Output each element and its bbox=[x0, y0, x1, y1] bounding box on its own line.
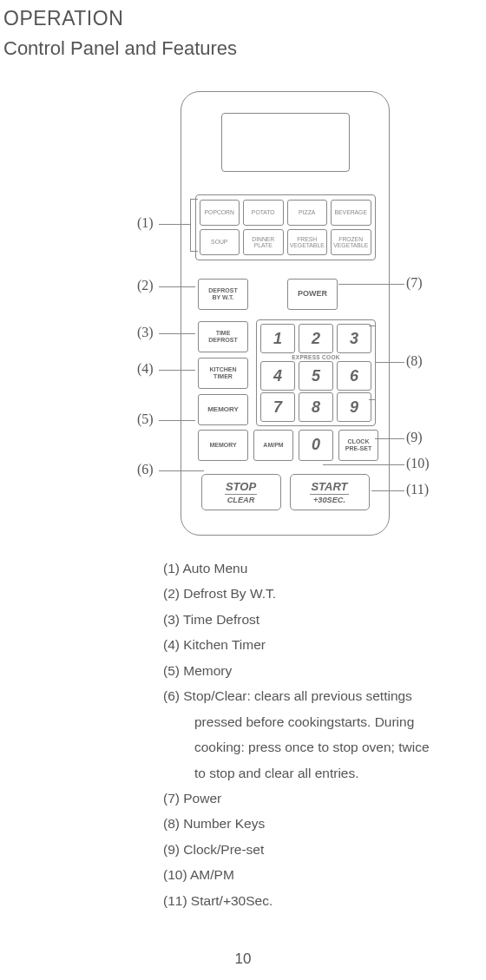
leader-line bbox=[159, 370, 195, 371]
annotation-11: (11) bbox=[406, 482, 429, 497]
legend-list: (1) Auto Menu (2) Defrost By W.T. (3) Ti… bbox=[163, 556, 476, 913]
auto-menu-group: POPCORN POTATO PIZZA BEVERAGE SOUP DINNE… bbox=[195, 194, 376, 260]
legend-item-3: (3) Time Defrost bbox=[163, 607, 476, 632]
annotation-3: (3) bbox=[137, 325, 154, 340]
legend-item-8: (8) Number Keys bbox=[163, 811, 476, 836]
key-7: 7 bbox=[260, 392, 295, 422]
soup-button: SOUP bbox=[200, 229, 240, 255]
memory-button-2: MEMORY bbox=[198, 430, 248, 461]
frozen-vegetable-button: FROZENVEGETABLE bbox=[331, 229, 371, 255]
key-3: 3 bbox=[337, 324, 371, 353]
legend-item-9: (9) Clock/Pre-set bbox=[163, 837, 476, 862]
beverage-button: BEVERAGE bbox=[331, 200, 371, 226]
page-number: 10 bbox=[0, 950, 486, 968]
key-5: 5 bbox=[299, 361, 333, 391]
power-button: POWER bbox=[287, 279, 338, 310]
number-keypad: 1 2 3 EXPRESS COOK 4 5 6 7 8 9 bbox=[256, 319, 376, 426]
popcorn-button: POPCORN bbox=[200, 200, 240, 226]
clear-label: CLEAR bbox=[227, 496, 255, 504]
leader-line bbox=[159, 470, 204, 471]
annotation-6: (6) bbox=[137, 462, 154, 477]
key-6: 6 bbox=[337, 361, 371, 391]
time-defrost-button: TIMEDEFROST bbox=[198, 321, 248, 352]
leader-line bbox=[190, 199, 191, 251]
legend-item-6b: pressed before cookingstarts. During bbox=[163, 709, 476, 734]
key-8: 8 bbox=[299, 392, 333, 422]
annotation-7: (7) bbox=[406, 275, 423, 291]
stop-clear-button: STOP CLEAR bbox=[201, 474, 281, 510]
leader-line bbox=[375, 362, 404, 363]
key-4: 4 bbox=[260, 361, 295, 391]
key-2: 2 bbox=[299, 324, 333, 353]
express-cook-label: EXPRESS COOK bbox=[260, 354, 371, 360]
key-9: 9 bbox=[337, 392, 371, 422]
leader-line bbox=[190, 199, 198, 200]
legend-item-11: (11) Start/+30Sec. bbox=[163, 888, 476, 913]
leader-line bbox=[369, 399, 376, 400]
legend-item-2: (2) Defrost By W.T. bbox=[163, 581, 476, 606]
leader-line bbox=[159, 333, 195, 334]
legend-item-6d: to stop and clear all entries. bbox=[163, 760, 476, 786]
legend-item-6: (6) Stop/Clear: clears all previous sett… bbox=[163, 683, 476, 708]
start-label: START bbox=[310, 480, 348, 495]
leader-line bbox=[371, 490, 404, 491]
legend-item-5: (5) Memory bbox=[163, 658, 476, 683]
leader-line bbox=[323, 464, 404, 465]
key-1: 1 bbox=[260, 324, 295, 353]
leader-line bbox=[338, 284, 404, 285]
plus30sec-label: +30SEC. bbox=[313, 496, 345, 504]
leader-line bbox=[159, 286, 195, 287]
pizza-button: PIZZA bbox=[287, 200, 328, 226]
subsection-heading: Control Panel and Features bbox=[3, 37, 237, 60]
potato-button: POTATO bbox=[243, 200, 284, 226]
leader-line bbox=[159, 420, 195, 421]
start-30sec-button: START +30SEC. bbox=[290, 474, 370, 510]
legend-item-6c: cooking: press once to stop oven; twice bbox=[163, 734, 476, 760]
legend-item-7: (7) Power bbox=[163, 786, 476, 811]
annotation-2: (2) bbox=[137, 278, 154, 293]
dinner-plate-button: DINNERPLATE bbox=[243, 229, 284, 255]
memory-button: MEMORY bbox=[198, 394, 248, 425]
legend-item-1: (1) Auto Menu bbox=[163, 556, 476, 581]
ampm-button: AM/PM bbox=[253, 430, 293, 461]
control-panel-illustration: POPCORN POTATO PIZZA BEVERAGE SOUP DINNE… bbox=[181, 91, 390, 536]
annotation-9: (9) bbox=[406, 430, 423, 445]
defrost-by-wt-button: DEFROSTBY W.T. bbox=[198, 279, 248, 310]
legend-item-4: (4) Kitchen Timer bbox=[163, 632, 476, 657]
annotation-5: (5) bbox=[137, 411, 154, 427]
key-0: 0 bbox=[312, 437, 320, 454]
section-heading: OPERATION bbox=[3, 7, 123, 30]
annotation-4: (4) bbox=[137, 361, 154, 377]
leader-line bbox=[190, 251, 198, 252]
annotation-1: (1) bbox=[137, 215, 154, 231]
leader-line bbox=[375, 438, 404, 439]
stop-label: STOP bbox=[225, 480, 257, 495]
kitchen-timer-button: KITCHENTIMER bbox=[198, 358, 248, 389]
leader-line bbox=[375, 326, 376, 399]
annotation-10: (10) bbox=[406, 456, 430, 471]
leader-line bbox=[369, 326, 376, 326]
annotation-8: (8) bbox=[406, 353, 423, 369]
leader-line bbox=[159, 224, 190, 225]
display-screen bbox=[221, 113, 350, 172]
legend-item-10: (10) AM/PM bbox=[163, 862, 476, 887]
clock-preset-button: CLOCKPRE-SET bbox=[338, 430, 378, 461]
fresh-vegetable-button: FRESHVEGETABLE bbox=[287, 229, 328, 255]
